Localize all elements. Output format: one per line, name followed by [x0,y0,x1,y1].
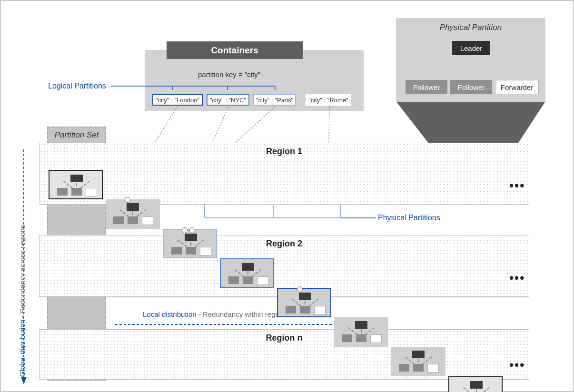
containers-title: Containers [167,41,303,59]
city-chip-paris: "city" : "Paris" [253,94,296,106]
physical-partition-card [49,170,103,199]
physical-partition-card [448,376,503,392]
physical-partition-card [163,229,217,258]
region-n-title: Region n [40,333,529,343]
region-1-title: Region 1 [40,147,529,157]
ellipsis-icon: ••• [509,178,525,193]
leader-box: Leader [452,41,490,55]
forwarder-box: Forwarder [495,80,539,94]
city-chip-nyc: "city" : "NYC" [207,94,249,106]
city-chip-rome: "city" : "Rome" [306,94,351,106]
logical-partitions-label: Logical Partitions [48,82,106,90]
diagram-canvas: Containers partition key = "city" "city"… [0,0,574,392]
ellipsis-icon: ••• [509,271,525,285]
partition-set-label: Partition Set [48,130,105,140]
local-distribution-label: Local distribution - Redundancy within r… [143,310,288,318]
physical-partition-callout: Physical Partition Leader Follower Follo… [396,18,545,102]
physical-partition-card [391,347,445,376]
city-chip-london: "city" : "London" [152,94,203,106]
region-2-title: Region 2 [40,239,529,249]
physical-partition-card [277,288,331,317]
global-distribution-label: Global distribution - Redundancy across … [18,225,26,377]
region-1: Region 1 [39,143,529,205]
physical-partition-card [220,258,274,288]
follower-box-2: Follower [450,80,492,94]
ellipsis-icon: ••• [509,358,525,372]
containers-title-text: Containers [211,45,258,56]
physical-partitions-label: Physical Partitions [378,214,440,222]
physical-partition-title: Physical Partition [396,23,545,32]
partition-key-label: partition key = "city" [198,70,260,78]
physical-partition-card [106,199,160,229]
physical-partition-card [334,317,388,347]
region-n: Region n [39,329,529,380]
follower-box-1: Follower [406,80,447,94]
